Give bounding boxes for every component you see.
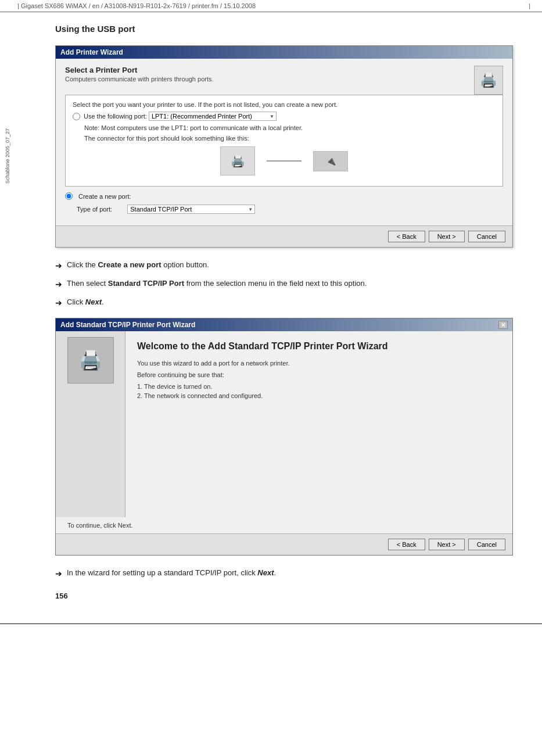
create-new-port-row: Create a new port: xyxy=(65,192,503,200)
dialog1-title: Add Printer Wizard xyxy=(60,48,123,56)
wizard-sidebar: 🖨️ xyxy=(56,331,125,517)
dialog2-close-button[interactable]: ✕ xyxy=(498,321,508,329)
use-following-port-row: Use the following port: LPT1: (Recommend… xyxy=(73,112,496,121)
create-new-port-label: Create a new port: xyxy=(78,193,131,200)
arrow-icon-1: ➔ xyxy=(55,260,62,272)
wizard-checklist-2: 2. The network is connected and configur… xyxy=(137,392,501,399)
instruction-3: ➔ Click Next. xyxy=(55,296,513,309)
dialog1-note2: The connector for this port should look … xyxy=(84,135,496,142)
page-header: | Gigaset SX686 WiMAX / en / A31008-N919… xyxy=(0,0,542,12)
wizard-footer-note: To continue, click Next. xyxy=(56,517,512,533)
dialog1-cancel-button[interactable]: Cancel xyxy=(468,231,505,242)
instruction-2-bold: Standard TCP/IP Port xyxy=(108,279,184,288)
dialog1-body: Select a Printer Port Computers communic… xyxy=(56,59,512,225)
side-label: Schablone 2005_07_27 xyxy=(5,128,10,184)
dialog1-section-subtitle: Computers communicate with printers thro… xyxy=(65,76,214,83)
dialog1-note1: Note: Most computers use the LPT1: port … xyxy=(84,124,496,131)
wizard-before-text: Before continuing be sure that: xyxy=(137,371,501,378)
instruction-2: ➔ Then select Standard TCP/IP Port from … xyxy=(55,278,513,291)
connector-image: 🔌 xyxy=(313,151,348,171)
dialog1-back-button[interactable]: < Back xyxy=(388,231,425,242)
final-instruction: ➔ In the wizard for setting up a standar… xyxy=(55,567,513,580)
type-select-wrapper[interactable]: Standard TCP/IP Port xyxy=(127,205,255,214)
dialog1-titlebar: Add Printer Wizard xyxy=(56,46,512,59)
instructions-list: ➔ Click the Create a new port option but… xyxy=(55,259,513,309)
section-title: Using the USB port xyxy=(55,24,513,34)
add-printer-wizard-dialog: Add Printer Wizard Select a Printer Port… xyxy=(55,45,513,248)
instruction-1: ➔ Click the Create a new port option but… xyxy=(55,259,513,272)
dialog1-footer: < Back Next > Cancel xyxy=(56,225,512,247)
connector-image-area: 🖨️ 🔌 xyxy=(73,146,496,175)
dialog1-inner-text1: Select the port you want your printer to… xyxy=(73,101,496,108)
dialog2-title: Add Standard TCP/IP Printer Port Wizard xyxy=(60,321,195,329)
dialog2-cancel-button[interactable]: Cancel xyxy=(468,539,505,550)
final-instruction-bold: Next xyxy=(257,568,274,577)
printer-image: 🖨️ xyxy=(220,146,255,175)
dialog2-next-button[interactable]: Next > xyxy=(429,539,465,550)
type-select[interactable]: Standard TCP/IP Port xyxy=(127,205,255,214)
port-select-wrapper[interactable]: LPT1: (Recommended Printer Port) xyxy=(149,112,277,121)
tcp-ip-wizard-dialog: Add Standard TCP/IP Printer Port Wizard … xyxy=(55,318,513,556)
type-label: Type of port: xyxy=(77,206,112,213)
bottom-rule xyxy=(0,624,542,624)
arrow-icon-final: ➔ xyxy=(55,568,62,580)
type-of-port-row: Type of port: Standard TCP/IP Port xyxy=(65,205,503,214)
use-following-port-radio[interactable] xyxy=(73,113,80,120)
create-new-port-radio[interactable] xyxy=(65,192,73,200)
wizard-sidebar-icon: 🖨️ xyxy=(67,337,114,384)
printer-icon: 🖨️ xyxy=(474,66,503,95)
instruction-1-text: Click the Create a new port option butto… xyxy=(67,259,209,271)
dialog2-back-button[interactable]: < Back xyxy=(388,539,425,550)
arrow-icon-2: ➔ xyxy=(55,278,62,291)
arrow-icon-3: ➔ xyxy=(55,297,62,309)
final-instruction-text: In the wizard for setting up a standard … xyxy=(67,567,276,579)
use-following-port-label: Use the following port: xyxy=(84,113,147,120)
port-select[interactable]: LPT1: (Recommended Printer Port) xyxy=(149,112,277,121)
header-separator: | xyxy=(529,2,530,9)
wizard-intro-text: You use this wizard to add a port for a … xyxy=(137,360,501,367)
header-text: | Gigaset SX686 WiMAX / en / A31008-N919… xyxy=(17,2,256,9)
dialog1-section-title: Select a Printer Port xyxy=(65,66,214,74)
instruction-2-text: Then select Standard TCP/IP Port from th… xyxy=(67,278,367,289)
wizard-body: 🖨️ Welcome to the Add Standard TCP/IP Pr… xyxy=(56,331,512,517)
dialog2-footer: < Back Next > Cancel xyxy=(56,533,512,555)
page-number: 156 xyxy=(55,592,513,600)
dialog2-titlebar: Add Standard TCP/IP Printer Port Wizard … xyxy=(56,318,512,331)
wizard-main-title: Welcome to the Add Standard TCP/IP Print… xyxy=(137,341,501,353)
wizard-checklist-1: 1. The device is turned on. xyxy=(137,383,501,390)
instruction-3-bold: Next xyxy=(85,298,102,306)
instruction-1-bold: Create a new port xyxy=(98,260,161,269)
wizard-content: Welcome to the Add Standard TCP/IP Print… xyxy=(125,331,512,517)
dialog1-next-button[interactable]: Next > xyxy=(429,231,465,242)
instruction-3-text: Click Next. xyxy=(67,296,104,308)
final-instruction-list: ➔ In the wizard for setting up a standar… xyxy=(55,567,513,580)
dialog1-inner-box: Select the port you want your printer to… xyxy=(65,95,503,187)
cable-image xyxy=(267,160,301,162)
